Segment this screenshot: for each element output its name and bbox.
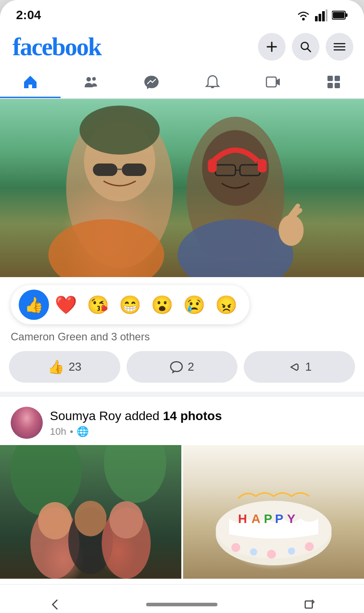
post2-header: Soumya Roy added 14 photos 10h • 🌐 (0, 397, 364, 445)
svg-point-20 (80, 106, 160, 155)
svg-rect-31 (258, 159, 267, 172)
marketplace-icon (326, 74, 342, 90)
messenger-icon (143, 74, 160, 90)
post2-meta: Soumya Roy added 14 photos 10h • 🌐 (50, 408, 353, 437)
reactions-bubble: 👍 ❤️ 😘 😁 😮 😢 (11, 285, 249, 324)
photo-cell-1[interactable] (0, 445, 181, 579)
feed: 👍 ❤️ 😘 😁 😮 😢 (0, 99, 364, 579)
tab-watch[interactable] (243, 67, 303, 98)
hamburger-icon (333, 42, 346, 52)
comment-count: 2 (188, 360, 194, 374)
tab-home[interactable] (0, 67, 61, 98)
status-bar: 2:04 (0, 0, 364, 27)
svg-rect-2 (319, 14, 321, 21)
post-card-1: 👍 ❤️ 😘 😁 😮 😢 (0, 99, 364, 392)
post2-action: added (125, 409, 163, 423)
svg-rect-13 (327, 76, 333, 81)
svg-rect-55 (305, 601, 312, 608)
svg-rect-30 (208, 159, 217, 172)
svg-rect-3 (322, 11, 325, 21)
svg-text:P: P (264, 512, 272, 526)
back-button[interactable] (36, 592, 75, 613)
home-indicator[interactable] (146, 603, 217, 606)
comment-icon (170, 360, 183, 374)
svg-point-50 (231, 543, 240, 552)
notification-icon (204, 74, 221, 90)
rotate-icon (303, 598, 315, 611)
tab-messenger[interactable] (121, 67, 182, 98)
search-icon (299, 41, 312, 53)
angry-reaction-button[interactable]: 😠 (211, 290, 241, 320)
plus-icon (266, 41, 278, 53)
tab-marketplace[interactable] (303, 67, 364, 98)
avatar-image (11, 407, 43, 439)
rotate-button[interactable] (289, 592, 328, 613)
svg-text:Y: Y (287, 512, 295, 526)
reactions-row: 👍 ❤️ 😘 😁 😮 😢 (0, 277, 364, 329)
svg-point-51 (250, 548, 257, 556)
svg-rect-21 (93, 163, 118, 176)
search-button[interactable] (292, 33, 319, 61)
svg-point-0 (302, 18, 305, 20)
post2-author-name: Soumya Roy (50, 409, 121, 423)
header-actions (258, 33, 353, 61)
thumb-up-icon: 👍 (48, 359, 64, 375)
svg-point-10 (92, 77, 96, 81)
tab-friends[interactable] (61, 67, 121, 98)
sad-emoji: 😢 (183, 294, 205, 315)
comment-button[interactable]: 2 (127, 351, 238, 383)
battery-icon (332, 10, 348, 20)
cake-svg: H A P P Y (183, 445, 364, 579)
wow-emoji: 😮 (151, 294, 173, 315)
home-icon (22, 74, 38, 90)
love-reaction-button[interactable]: ❤️ (51, 290, 81, 320)
menu-button[interactable] (326, 33, 353, 61)
post2-timestamp: 10h • 🌐 (50, 426, 353, 437)
svg-rect-14 (335, 76, 340, 81)
post-card-2: Soumya Roy added 14 photos 10h • 🌐 (0, 397, 364, 579)
selfie-svg (0, 99, 364, 277)
nav-tabs (0, 67, 364, 99)
svg-point-9 (86, 77, 91, 82)
svg-point-42 (109, 501, 143, 539)
cake-bg: H A P P Y (183, 445, 364, 579)
sad-reaction-button[interactable]: 😢 (179, 290, 209, 320)
avatar (11, 407, 43, 439)
friends-icon (83, 74, 99, 90)
haha-reaction-button[interactable]: 😁 (115, 290, 145, 320)
post2-photos-label: 14 photos (163, 409, 222, 423)
signal-icon (315, 9, 327, 21)
status-icons (296, 9, 348, 21)
action-buttons: 👍 23 2 1 (0, 347, 364, 392)
like-reaction-button[interactable]: 👍 (19, 290, 49, 320)
haha-emoji: 😁 (119, 294, 141, 315)
header: facebook (0, 27, 364, 67)
post2-privacy-icon: 🌐 (77, 426, 89, 437)
svg-point-53 (288, 548, 295, 555)
love-emoji: ❤️ (55, 294, 77, 315)
svg-point-38 (38, 502, 72, 539)
kiss-emoji: 😘 (87, 294, 109, 315)
svg-point-52 (267, 550, 276, 559)
wow-reaction-button[interactable]: 😮 (147, 290, 177, 320)
svg-text:A: A (251, 512, 260, 526)
photo-cell-2[interactable]: H A P P Y (183, 445, 364, 579)
photo-grid: H A P P Y (0, 445, 364, 579)
kiss-reaction-button[interactable]: 😘 (83, 290, 113, 320)
svg-rect-11 (266, 77, 276, 87)
post2-time-text: 10h (50, 426, 66, 437)
svg-rect-6 (345, 13, 348, 17)
svg-rect-16 (335, 83, 340, 88)
share-button[interactable]: 1 (244, 351, 355, 383)
phone-frame: 2:04 facebook (0, 0, 364, 613)
angry-emoji: 😠 (215, 294, 237, 315)
tab-notifications[interactable] (182, 67, 243, 98)
add-button[interactable] (258, 33, 286, 61)
svg-point-40 (74, 501, 106, 536)
post2-dot: • (70, 426, 74, 437)
svg-text:P: P (275, 512, 283, 526)
post2-author-line: Soumya Roy added 14 photos (50, 408, 353, 424)
like-button[interactable]: 👍 23 (9, 351, 120, 383)
back-icon (49, 598, 61, 611)
like-count: 23 (69, 360, 82, 374)
